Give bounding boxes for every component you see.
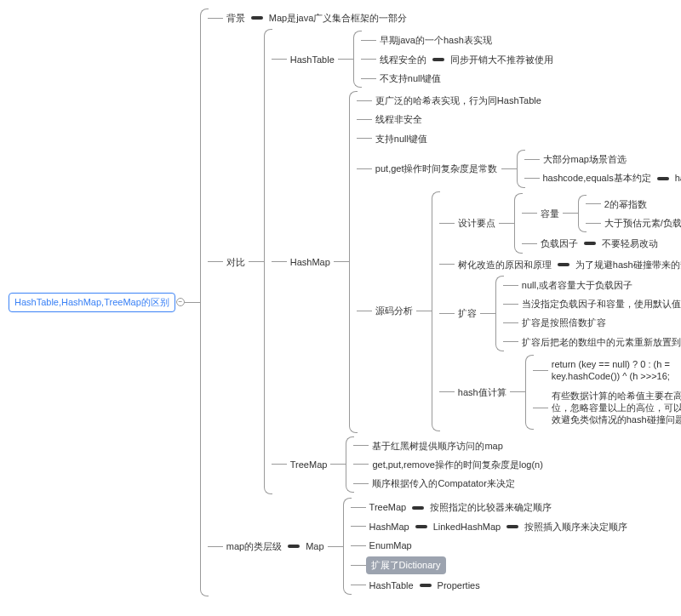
hm-treeify-ext: 为了规避hash碰撞带来的安全问题 [572, 257, 681, 272]
hier-treemap: TreeMap [366, 499, 410, 515]
link-icon [288, 545, 300, 548]
node-hashmap: HashMap [287, 254, 334, 270]
hm-r2: 当没指定负载因子和容量，使用默认值构造 [518, 296, 681, 311]
hier-linkedhm: LinkedHashMap [430, 519, 505, 534]
hm-load-ext: 不要轻易改动 [598, 236, 661, 251]
hier-hashtable: HashTable [366, 578, 417, 593]
tm-comparator: 顺序根据传入的Compatator来决定 [369, 476, 518, 491]
hm-r1: null,或者容量大于负载因子 [518, 277, 636, 293]
link-icon [432, 58, 444, 61]
collapse-toggle[interactable]: − [176, 298, 185, 306]
hm-hashcalc: hash值计算 [455, 385, 510, 400]
hm-capacity: 容量 [537, 206, 563, 221]
link-icon [251, 16, 263, 20]
branch-hashtable[interactable]: HashTable 早期java的一个hash表实现 线程安全的 同步开销大不推… [272, 31, 681, 88]
hm-contract-ext: hashcode和equals的比较结果一致 [672, 170, 681, 185]
link-icon [506, 525, 518, 528]
node-map: Map [302, 539, 327, 554]
hm-cap-est: 大于预估元素/负载因子 [601, 215, 681, 231]
branch-hierarchy[interactable]: map的类层级 Map TreeMap 按照指定的比较器来确定顺序 HashMa… [208, 498, 681, 594]
ht-threadsafe-ext: 同步开销大不推荐被使用 [447, 52, 557, 67]
tm-logn: get,put,remove操作的时间复杂度是log(n) [369, 457, 547, 472]
hm-cap-pow2: 2的幂指数 [601, 197, 650, 212]
hm-r3: 扩容是按照倍数扩容 [518, 315, 609, 330]
link-icon [415, 525, 427, 528]
link-icon [412, 506, 424, 510]
ht-nonull: 不支持null键值 [376, 71, 444, 86]
hm-load: 负载因子 [537, 236, 581, 251]
ht-threadsafe: 线程安全的 [376, 52, 430, 67]
hier-hashmap: HashMap [366, 519, 413, 534]
hm-hc2: 有些数据计算的哈希值主要在高位，忽略容量以上的高位，可以有效避免类似情况的has… [548, 388, 681, 428]
ht-early: 早期java的一个hash表实现 [376, 32, 495, 48]
branch-treemap[interactable]: TreeMap 基于红黑树提供顺序访问的map get,put,remove操作… [272, 436, 681, 493]
hier-tm-ext: 按照指定的比较器来确定顺序 [426, 499, 555, 515]
branch-compare[interactable]: 对比 HashTable 早期java的一个hash表实现 线程安全的 [208, 29, 681, 494]
hier-properties: Properties [434, 578, 484, 593]
link-icon [584, 242, 596, 245]
hm-firstchoice: 大部分map场景首选 [540, 151, 630, 167]
hm-widerimpl: 更广泛的哈希表实现，行为同HashTable [372, 93, 545, 108]
hm-resize: 扩容 [455, 305, 480, 321]
link-icon [657, 177, 669, 180]
hm-hc1: return (key == null) ? 0 : (h = key.hash… [548, 356, 681, 385]
branch-hashmap[interactable]: HashMap 更广泛的哈希表实现，行为同HashTable 线程非安全 支持n… [272, 91, 681, 432]
root-node[interactable]: HashTable,HashMap,TreeMap的区别 [9, 293, 175, 311]
node-treemap: TreeMap [287, 457, 331, 472]
node-hierarchy: map的类层级 [223, 539, 285, 554]
node-compare: 对比 [223, 254, 249, 270]
hm-notsafe: 线程非安全 [372, 111, 426, 127]
branch-background[interactable]: 背景 Map是java广义集合框架的一部分 [208, 10, 681, 26]
hm-design: 设计要点 [455, 215, 499, 231]
hm-treeify: 树化改造的原因和原理 [455, 257, 555, 272]
node-hashtable: HashTable [287, 52, 338, 67]
node-bg: 背景 [223, 10, 249, 26]
link-icon [558, 263, 569, 266]
hm-const: put,get操作时间复杂度是常数 [372, 161, 501, 176]
hier-hm-ext: 按照插入顺序来决定顺序 [521, 519, 631, 534]
hier-dictionary-pill[interactable]: 扩展了Dictionary [366, 556, 446, 573]
hm-contract: hashcode,equals基本约定 [540, 170, 655, 185]
tm-rbtree: 基于红黑树提供顺序访问的map [369, 438, 506, 453]
node-bg-note: Map是java广义集合框架的一部分 [266, 10, 411, 26]
hm-source: 源码分析 [372, 303, 416, 318]
hm-null: 支持null键值 [372, 131, 431, 146]
hm-r4: 扩容后把老的数组中的元素重新放置到新的数组 [518, 334, 681, 350]
hier-enummap: EnumMap [366, 538, 415, 553]
link-icon [420, 584, 432, 587]
